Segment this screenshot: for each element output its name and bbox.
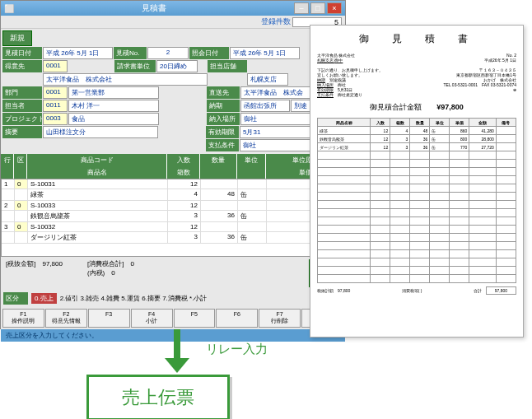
close-icon[interactable]: × [327,2,342,14]
doc-total-label: 御見積合計金額 [370,103,422,111]
inq-date-label: 照会日付 [189,47,229,59]
summary-field[interactable]: 山田様注文分 [43,126,158,138]
sales-slip-box: 売上伝票 [86,375,230,419]
fkey-F7[interactable]: F7行削除 [259,309,301,328]
document-preview: 御 見 積 書 太平洋食品 株式会社 札幌支店 御中 下記の通り、お見積申し上げ… [310,25,524,338]
window-title: 見積書 [14,2,294,14]
relay-label: リレー入力 [206,342,268,357]
fkey-bar: F1操作説明F2得意先情報F3F4小計F5F6F7行削除F8行挿入 [1,307,345,329]
est-date-field[interactable]: 平成 26年 5月 1日 [43,47,113,59]
kubun-options: 2.値引 3.雑売 4.雑費 5.運賃 6.摘要 7.消費税 *.小計 [60,294,208,303]
proj-name-field: 食品 [68,113,159,125]
app-icon: ⬜ [4,4,14,13]
est-date-label: 見積日付 [2,47,42,59]
maximize-icon[interactable]: □ [310,2,325,14]
kubun-label: 区分 [3,292,28,305]
gh-qty: 数量 [200,154,237,179]
doc-dest: 札幌支店 [317,58,334,63]
minimize-icon[interactable]: – [294,2,309,14]
valid-label: 有効期限 [206,126,239,138]
gh-code: 商品コード [27,154,167,166]
fkey-F5[interactable]: F5 [174,309,216,328]
grid-row[interactable]: 2 0 S-10033 12 [2,201,344,211]
form-area: 新規 見積日付 平成 26年 5月 1日 見積No. 2 照会日付 平成 26年… [1,29,345,154]
deliver-store-field: 函館出張所 [240,100,290,112]
delivery-loc-label: 納入場所 [207,113,240,125]
cust-code-field[interactable]: 0001 [43,60,68,72]
resp-store-field: 札幌支店 [247,73,288,86]
new-button[interactable]: 新規 [2,30,32,46]
doc-table: 商品名称入数箱数 数量単位単価 金額備考 緑茶12448缶86041,280鉄観… [317,118,516,283]
inq-date-field[interactable]: 平成 26年 5月 1日 [230,47,300,59]
gh-name: 商品名 [27,166,167,179]
deliver-label: 納期 [207,100,240,112]
proj-code-field[interactable]: 0003 [43,113,68,125]
reg-count-label: 登録件数 [261,16,291,27]
req-unit-label: 請求書単位 [114,60,156,72]
dept-code-field[interactable]: 0001 [43,86,68,99]
fkey-F3[interactable]: F3 [88,309,130,328]
toolbar: 登録件数 5 [1,16,345,29]
kubun-row: 区分 0.売上 2.値引 3.雑売 4.雑費 5.運賃 6.摘要 7.消費税 *… [1,290,345,307]
person-label: 担当者 [2,100,42,112]
cust-label: 得意先 [2,60,42,72]
pay-field: 御社 [240,139,312,151]
estimate-window: ⬜ 見積書 – □ × 登録件数 5 新規 見積日付 平成 26年 5月 1日 … [0,0,346,329]
proj-label: プロジェクト [2,113,42,125]
gh-row: 行 [1,154,14,179]
doc-title: 御 見 積 書 [317,32,516,46]
fkey-F1[interactable]: F1操作説明 [2,309,44,328]
est-no-field[interactable]: 2 [147,47,189,59]
fkey-F6[interactable]: F6 [216,309,258,328]
summary-label: 摘要 [2,126,42,138]
person-name-field: 木村 洋一 [68,100,159,112]
cust-name-field: 太平洋食品 株式会社 [43,73,208,86]
shohi-label: [消費税合計] [87,260,124,268]
gh-q2: 箱数 [167,166,200,179]
grid-row[interactable]: 1 0 S-10031 12 [2,179,344,189]
grid-row-sub[interactable]: 鉄観音烏龍茶 3 36 缶 800 [2,211,344,222]
uchi-value: 0 [111,269,114,277]
doc-total-value: ¥97,800 [436,103,464,111]
uchi-label: (内税) [87,269,105,277]
person-code-field[interactable]: 0011 [43,100,68,112]
fkey-F4[interactable]: F4小計 [131,309,173,328]
dept-label: 部門 [2,86,42,99]
grid-row-sub[interactable]: ダージリン紅茶 3 36 缶 770 [2,232,344,244]
titlebar: ⬜ 見積書 – □ × [1,1,345,16]
direct-name-field: 太平洋食品 株式会 [240,86,315,99]
kubun-selected[interactable]: 0.売上 [31,293,57,304]
grid-row-sub[interactable]: 緑茶 4 48 缶 860 [2,189,344,201]
delivery-loc-field: 御社 [240,113,313,125]
grid-header: 行 区 商品コード 商品名 入数 箱数 数量 単位 単位原価 単価 [1,154,345,179]
arrow-icon [165,329,189,370]
zeinuki-value: 97,800 [42,260,62,268]
pay-label: 支払条件 [206,139,239,151]
est-no-label: 見積No. [114,47,147,59]
req-unit-field: 20日締め [156,60,198,72]
fkey-F2[interactable]: F2得意先情報 [45,309,87,328]
dept-name-field: 第一営業部 [68,86,159,99]
valid-field: 5月31 [240,126,312,138]
grid-body[interactable]: 1 0 S-10031 12 緑茶 4 48 缶 860 2 0 S-10033… [1,179,345,257]
zeinuki-label: [税抜金額] [6,260,35,268]
gh-kubun: 区 [14,154,27,179]
grid-row[interactable]: 3 0 S-10032 12 [2,222,344,232]
resp-store-label: 担当店舗 [208,60,247,72]
direct-label: 直送先 [207,86,240,99]
totals-row: [税抜金額] 97,800 [消費税合計] 0 (内税) 0 [外税] 合計 [1,257,345,290]
gh-q1: 入数 [167,154,200,166]
shohi-value: 0 [130,260,133,268]
gh-unit: 単位 [237,154,266,179]
